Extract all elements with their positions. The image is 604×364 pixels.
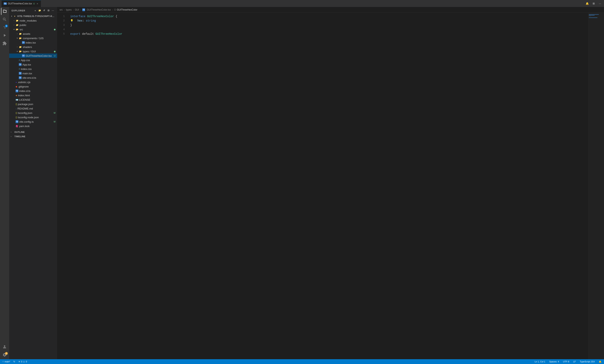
outline-section[interactable]: › OUTLINE	[9, 130, 57, 134]
types-gui-label: types / GUI	[23, 50, 53, 53]
tree-package-json[interactable]: › {} package.json	[9, 102, 57, 106]
settings-badge: 1	[5, 352, 8, 355]
tree-index-dts[interactable]: › TS index.d.ts	[9, 89, 57, 93]
mini-line-5	[589, 17, 597, 18]
code-line-3: }	[70, 23, 588, 27]
status-branch[interactable]: ⑂ main*	[2, 359, 11, 364]
activity-explorer[interactable]	[1, 8, 8, 15]
line-num-5: 5	[57, 32, 67, 36]
activity-run[interactable]	[1, 32, 8, 39]
layout-button[interactable]: ⊞	[591, 1, 596, 6]
public-label: public	[20, 24, 56, 26]
kw-default: default	[80, 32, 95, 36]
tree-vite-env[interactable]: › TS vite-env.d.ts	[9, 75, 57, 80]
status-line-ending[interactable]: LF	[572, 359, 577, 364]
gitignore-label: .gitignore	[18, 85, 56, 88]
activity-account[interactable]	[1, 343, 8, 351]
tree-root-folder[interactable]: ▾ ▾ VITE-THREEJS-TYPESCRIPT-REACT-GL...	[9, 14, 57, 18]
yarn-file-icon: 🧶	[16, 125, 18, 127]
tree-node-modules[interactable]: › 📁 node_modules	[9, 18, 57, 23]
ts-file-icon: TS	[19, 72, 22, 75]
refresh-button[interactable]: ↺	[42, 9, 46, 13]
sidebar: Explorer + 📁 ↺ ⊟ ··· ▾ ▾ VITE-THREEJS-TY…	[9, 7, 57, 359]
tree-index-css[interactable]: › # index.css	[9, 67, 57, 71]
kw-string: string	[86, 19, 96, 23]
timeline-chevron-icon: ›	[11, 136, 13, 138]
tree-app-tsx[interactable]: › TS App.tsx	[9, 62, 57, 67]
breadcrumb: src › types › GUI › TS GUIThreeHexColor.…	[57, 7, 604, 13]
warning-count: 0	[26, 360, 27, 363]
tree-app-css[interactable]: › # App.css	[9, 58, 57, 62]
css-file-icon: #	[19, 59, 20, 61]
status-encoding[interactable]: UTF-8	[562, 359, 570, 364]
punct-brace-open: {	[114, 14, 117, 19]
breadcrumb-gui[interactable]: GUI	[75, 8, 79, 11]
tree-gitignore[interactable]: › ◆ .gitignore	[9, 84, 57, 89]
tree-src[interactable]: ▾ 📂 src	[9, 27, 57, 32]
ts-file-icon: TS	[19, 76, 22, 79]
activity-settings[interactable]: 1	[1, 351, 8, 358]
tree-index-html[interactable]: › ◈ index.html	[9, 93, 57, 98]
status-errors[interactable]: ✕ 0 ⚠ 0	[18, 359, 28, 364]
collapse-all-button[interactable]: ⊟	[47, 9, 50, 13]
breadcrumb-src[interactable]: src	[60, 8, 63, 11]
tree-types-gui[interactable]: ▾ 📂 types / GUI	[9, 49, 57, 53]
components-3js-label: components / 3JS	[23, 37, 56, 40]
src-dot	[54, 28, 56, 31]
sync-icon: ↻	[13, 360, 15, 363]
tab-guitreehexcolor[interactable]: TS GUIThreeHexColor.tsx U ✕	[2, 0, 41, 7]
json-file-icon: {}	[16, 103, 17, 105]
breadcrumb-types[interactable]: types	[66, 8, 72, 11]
tree-shaders[interactable]: › 📁 shaders	[9, 45, 57, 49]
tree-license[interactable]: › 🪪 LICENSE	[9, 98, 57, 102]
timeline-section[interactable]: › TIMELINE	[9, 134, 57, 139]
more-options-button[interactable]: ···	[51, 9, 55, 13]
more-button[interactable]: ···	[598, 1, 602, 6]
tree-components-3js[interactable]: ▾ 📂 components / 3JS	[9, 36, 57, 40]
line-numbers: 1 2 3 4 5	[57, 13, 67, 359]
activity-search[interactable]	[1, 16, 8, 23]
folder-collapsed-icon: ›	[13, 23, 16, 26]
tree-guitreehexcolor[interactable]: › TS GUIThreeHexColor.tsx U	[9, 53, 57, 58]
notifications-button[interactable]: 🔔	[585, 1, 590, 6]
close-tab-icon[interactable]: ✕	[36, 2, 39, 5]
folder-icon: ▾	[13, 14, 16, 18]
activity-source-control[interactable]: 3	[1, 24, 8, 31]
status-language[interactable]: TypeScript JSX	[579, 359, 596, 364]
tree-eslintrc[interactable]: › ● .eslintrc.cjs	[9, 80, 57, 84]
prop-hex: hex	[74, 19, 83, 23]
tree-components-index-tsx[interactable]: › TS index.tsx	[9, 40, 57, 45]
tree-yarn-lock[interactable]: › 🧶 yarn.lock	[9, 124, 57, 128]
error-count: 0	[21, 360, 22, 363]
status-bar: ⑂ main* ↻ ✕ 0 ⚠ 0 Ln 1, Col 1 Spaces: 4 …	[0, 359, 604, 364]
line-num-1: 1	[57, 14, 67, 19]
breadcrumb-filename[interactable]: TS GUIThreeHexColor.tsx	[82, 8, 111, 11]
tree-tsconfig-json[interactable]: › {} tsconfig.json M	[9, 111, 57, 115]
error-icon: ✕	[18, 360, 20, 363]
new-file-button[interactable]: +	[34, 9, 37, 13]
folder-open-icon: ▾	[16, 50, 19, 53]
license-file-icon: 🪪	[16, 99, 18, 101]
git-branch-icon: ⑂	[2, 360, 4, 363]
activity-extensions[interactable]	[1, 40, 8, 47]
folder-icon: 📁	[16, 19, 19, 22]
status-sync[interactable]: ↻	[13, 359, 16, 364]
index-css-label: index.css	[21, 67, 56, 71]
tree-main-tsx[interactable]: › TS main.tsx	[9, 71, 57, 75]
breadcrumb-sep-1: ›	[64, 8, 65, 11]
warning-icon: ⚠	[23, 360, 25, 363]
code-content[interactable]: interface GUIThreeHexColor { 💡 hex: stri…	[67, 13, 588, 359]
tree-readme[interactable]: › ↓ README.md	[9, 106, 57, 111]
tree-public[interactable]: › 📁 public	[9, 23, 57, 27]
punct-brace-close: }	[70, 23, 72, 27]
tree-vite-config[interactable]: › TS vite.config.ts M	[9, 119, 57, 124]
tree-assets[interactable]: › 📁 assets	[9, 32, 57, 36]
breadcrumb-symbol[interactable]: ⬡ GUIThreeHexColor	[114, 8, 138, 11]
new-folder-button[interactable]: 📁	[38, 9, 41, 13]
tree-tsconfig-node-json[interactable]: › {} tsconfig.node.json	[9, 115, 57, 119]
package-json-label: package.json	[18, 103, 56, 106]
status-position[interactable]: Ln 1, Col 1	[534, 359, 546, 364]
status-spaces[interactable]: Spaces: 4	[548, 359, 560, 364]
code-editor[interactable]: 1 2 3 4 5 interface GUIThreeHexColor { 💡…	[57, 13, 604, 359]
status-notifications[interactable]: 🔔	[598, 359, 602, 364]
